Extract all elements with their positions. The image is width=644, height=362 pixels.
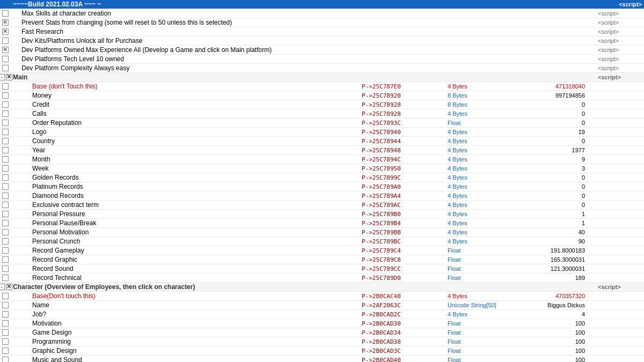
- size-value: 4 Bytes: [448, 83, 467, 90]
- row-check[interactable]: [0, 311, 11, 317]
- row-check[interactable]: [0, 211, 11, 217]
- row-name: Calls: [11, 110, 360, 117]
- row-check[interactable]: [0, 156, 11, 162]
- check-dev-platform-complex[interactable]: [0, 65, 11, 71]
- row-address: P->25C789B4: [360, 220, 445, 227]
- row-label: Dev Platforms Owned Max Experience All (…: [21, 46, 272, 54]
- row-check[interactable]: [0, 357, 11, 362]
- expand-icon[interactable]: -: [0, 74, 5, 80]
- row-label: Record Graphic: [32, 256, 77, 263]
- row-check[interactable]: [0, 338, 11, 345]
- main-section-script: <script>: [596, 74, 644, 80]
- char-base-check[interactable]: [0, 293, 11, 299]
- row-value: 1: [499, 211, 596, 217]
- row-check[interactable]: [0, 147, 11, 153]
- row-name: Country: [11, 137, 360, 145]
- row-check[interactable]: [0, 302, 11, 308]
- list-item: Golden Records P->25C7899C 4 Bytes 0: [0, 173, 644, 182]
- main-expand-check[interactable]: -: [0, 74, 11, 80]
- main-base-check[interactable]: [0, 83, 11, 90]
- list-item: Name P->2AF2063C Unicode String[50] Bigg…: [0, 301, 644, 310]
- list-item: Week P->25C78950 4 Bytes 3: [0, 164, 644, 173]
- row-check[interactable]: [0, 183, 11, 190]
- row-name: Money: [11, 92, 360, 99]
- list-item: Graphic Design P->2B0CAD3C Float 100: [0, 346, 644, 356]
- main-checkbox[interactable]: [6, 74, 12, 80]
- row-check[interactable]: [0, 101, 11, 108]
- char-section-name: Character (Overview of Employees, then c…: [11, 283, 360, 291]
- script-label: <script>: [598, 56, 619, 62]
- row-label: Prevent Stats from changing (some will r…: [21, 19, 232, 26]
- row-name: Order Reputation: [11, 119, 360, 127]
- row-address: P->2B0CAD38: [360, 338, 445, 345]
- row-name: Dev Kits/Platforms Unlock all for Purcha…: [11, 37, 360, 45]
- character-section-header[interactable]: - Character (Overview of Employees, then…: [0, 283, 644, 292]
- row-check[interactable]: [0, 138, 11, 144]
- row-check[interactable]: [0, 220, 11, 226]
- row-name: Motivation: [11, 320, 360, 327]
- row-check[interactable]: [0, 329, 11, 336]
- row-script: <script>: [596, 38, 644, 44]
- row-check[interactable]: [0, 202, 11, 208]
- expand-icon[interactable]: -: [0, 284, 5, 290]
- row-name: Game Design: [11, 329, 360, 336]
- row-check[interactable]: [0, 275, 11, 281]
- row-check[interactable]: [0, 247, 11, 254]
- list-item: Dev Platforms Owned Max Experience All (…: [0, 46, 644, 55]
- row-address: P->25C789D0: [360, 275, 445, 282]
- row-check[interactable]: [0, 92, 11, 99]
- row-label: Calls: [32, 110, 47, 117]
- row-address: P->2B0CAD34: [360, 329, 445, 336]
- script-label: <script>: [598, 19, 619, 26]
- row-name: Record Gameplay: [11, 247, 360, 254]
- row-check[interactable]: [0, 256, 11, 263]
- row-check[interactable]: [0, 129, 11, 135]
- list-item: Diamond Records P->25C789A4 4 Bytes 0: [0, 191, 644, 201]
- address-value: P->25C787E0: [362, 83, 401, 90]
- main-base-address: P->25C787E0: [360, 83, 445, 90]
- row-label: Music and Sound: [32, 356, 82, 362]
- row-check[interactable]: [0, 120, 11, 126]
- row-check[interactable]: [0, 110, 11, 117]
- row-label: Personal Motivation: [32, 228, 89, 236]
- row-check[interactable]: [0, 348, 11, 354]
- main-container[interactable]: ~~~~Build 2021.02.03A ~~~ ~ <script> Max…: [0, 0, 644, 362]
- row-value: 90: [499, 238, 596, 245]
- row-name: Year: [11, 146, 360, 154]
- row-check[interactable]: [0, 265, 11, 272]
- check-max-skills[interactable]: [0, 10, 11, 17]
- list-item: Month P->25C7894C 4 Bytes 9: [0, 155, 644, 164]
- main-section-header[interactable]: - Main <script>: [0, 73, 644, 82]
- row-address: P->25C7893C: [360, 120, 445, 127]
- check-fast-research[interactable]: [0, 28, 11, 35]
- row-check[interactable]: [0, 238, 11, 245]
- row-check[interactable]: [0, 165, 11, 172]
- row-script: <script>: [596, 65, 644, 71]
- row-name: Job?: [11, 311, 360, 318]
- row-value: 40: [499, 229, 596, 235]
- row-size: 4 Bytes: [445, 211, 499, 217]
- char-checkbox[interactable]: [6, 284, 12, 290]
- row-address: P->2B0CAD30: [360, 320, 445, 327]
- char-expand-check[interactable]: -: [0, 284, 11, 290]
- script-label: <script>: [598, 284, 621, 290]
- row-check[interactable]: [0, 193, 11, 199]
- check-dev-kits[interactable]: [0, 38, 11, 44]
- check-prevent-stats[interactable]: [0, 19, 11, 26]
- row-value: 3: [499, 165, 596, 172]
- check-dev-platforms-exp[interactable]: [0, 47, 11, 53]
- list-item: Job? P->2B0CAD2C 4 Bytes 4: [0, 310, 644, 319]
- row-check[interactable]: [0, 229, 11, 235]
- row-value: 1: [499, 220, 596, 226]
- row-address: P->25C789CC: [360, 265, 445, 272]
- row-value: Biggus Dickus: [499, 302, 596, 308]
- row-size: Float: [445, 348, 499, 354]
- row-value: 191.8000183: [499, 247, 596, 254]
- row-name: Diamond Records: [11, 192, 360, 200]
- main-section-label: Main: [13, 73, 27, 81]
- row-value: 189: [499, 275, 596, 281]
- row-name: Prevent Stats from changing (some will r…: [11, 19, 360, 26]
- check-dev-platforms-tech[interactable]: [0, 56, 11, 62]
- row-check[interactable]: [0, 320, 11, 327]
- row-check[interactable]: [0, 174, 11, 181]
